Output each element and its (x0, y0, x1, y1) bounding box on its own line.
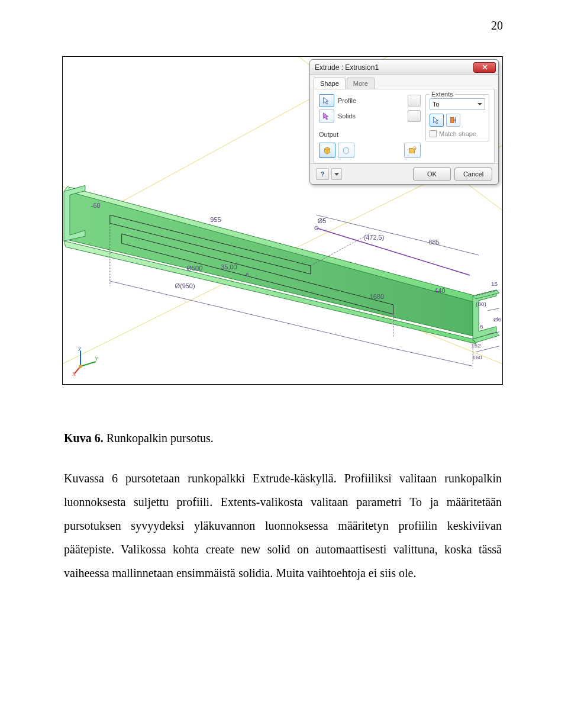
dim-6c: 6 (480, 323, 483, 330)
caption-rest: Runkopalkin pursotus. (104, 431, 214, 444)
figure-frame: -60 955 Ø5 (472,5) 885 Ø500 35,00 6 Ø(95… (62, 56, 503, 385)
dim-d6b: Ø6 (493, 316, 502, 323)
dialog-body: Profile Solids Output (314, 89, 495, 163)
dim-4725: (472,5) (364, 234, 385, 241)
output-solid-button[interactable] (319, 143, 335, 158)
close-icon (482, 65, 488, 70)
dim-1680: 1680 (370, 293, 384, 300)
help-button[interactable]: ? (316, 168, 329, 180)
paragraph: Kuvassa 6 pursotetaan runkopalkki Extrud… (64, 466, 502, 585)
output-label: Output (319, 131, 421, 138)
close-button[interactable] (473, 62, 496, 73)
svg-rect-41 (451, 118, 454, 123)
cad-viewport: -60 955 Ø5 (472,5) 885 Ø500 35,00 6 Ø(95… (63, 57, 502, 384)
dim-885: 885 (428, 239, 439, 246)
figure-caption: Kuva 6. Runkopalkin pursotus. (64, 426, 502, 450)
body-text: Kuva 6. Runkopalkin pursotus. Kuvassa 6 … (64, 426, 502, 585)
operation-button[interactable]: ★ (404, 143, 421, 158)
extrude-dialog: Extrude : Extrusion1 Shape More Profile (309, 59, 499, 185)
cursor-icon (322, 96, 331, 105)
terminate-icon (449, 116, 457, 124)
tab-shape[interactable]: Shape (314, 78, 346, 89)
svg-marker-37 (344, 147, 349, 154)
options-toggle[interactable] (331, 168, 342, 180)
svg-text:X: X (72, 371, 76, 376)
cube-surface-icon (341, 146, 351, 155)
svg-point-31 (79, 365, 82, 368)
output-surface-button[interactable] (338, 143, 354, 158)
solids-select-button[interactable] (319, 109, 334, 123)
cube-solid-icon (322, 146, 332, 155)
dim-160: 160 (472, 354, 482, 360)
dim-80: (80) (476, 301, 486, 307)
solids-aux-button[interactable] (408, 110, 421, 122)
extents-value: To (433, 101, 440, 108)
dim-15: 15 (491, 281, 498, 287)
profile-select-button[interactable] (319, 94, 334, 107)
dialog-tabs: Shape More (310, 75, 498, 89)
dim-neg60: -60 (91, 202, 101, 209)
tab-more[interactable]: More (347, 78, 375, 89)
dim-950: Ø(950) (175, 282, 195, 289)
dialog-title: Extrude : Extrusion1 (315, 63, 379, 72)
ok-button[interactable]: OK (413, 167, 451, 181)
page-number: 20 (491, 19, 503, 33)
dim-35: 35,00 (221, 263, 237, 270)
svg-text:Z: Z (78, 347, 82, 352)
new-solid-icon: ★ (408, 146, 417, 155)
dim-6a: 6 (246, 271, 249, 278)
svg-line-25 (488, 308, 499, 311)
match-shape-label: Match shape (439, 130, 476, 137)
dim-955: 955 (210, 216, 221, 223)
cursor-icon (433, 116, 441, 124)
svg-line-22 (393, 349, 473, 366)
dim-d5: Ø5 (318, 217, 327, 224)
match-shape-checkbox[interactable] (430, 130, 437, 137)
dim-440: 440 (434, 287, 445, 294)
profile-aux-button[interactable] (408, 95, 421, 107)
svg-text:Y: Y (95, 356, 99, 362)
dim-500: Ø500 (186, 265, 202, 272)
svg-line-29 (80, 362, 96, 366)
orientation-triad: Z Y X (71, 347, 99, 376)
solids-label: Solids (338, 112, 356, 120)
to-select-button[interactable] (430, 114, 444, 127)
extents-fieldset: Extents To (425, 94, 489, 141)
extents-legend: Extents (430, 91, 455, 98)
to-terminate-button[interactable] (446, 114, 460, 127)
dim-152: 152 (471, 342, 481, 349)
extents-dropdown[interactable]: To (430, 98, 485, 110)
cancel-button[interactable]: Cancel (454, 167, 492, 181)
cursor-solid-icon (322, 112, 331, 120)
caption-bold: Kuva 6. (64, 431, 104, 444)
dialog-footer: ? OK Cancel (310, 163, 498, 184)
profile-label: Profile (338, 97, 356, 104)
dialog-titlebar[interactable]: Extrude : Extrusion1 (310, 60, 498, 75)
chevron-down-icon (477, 103, 482, 105)
